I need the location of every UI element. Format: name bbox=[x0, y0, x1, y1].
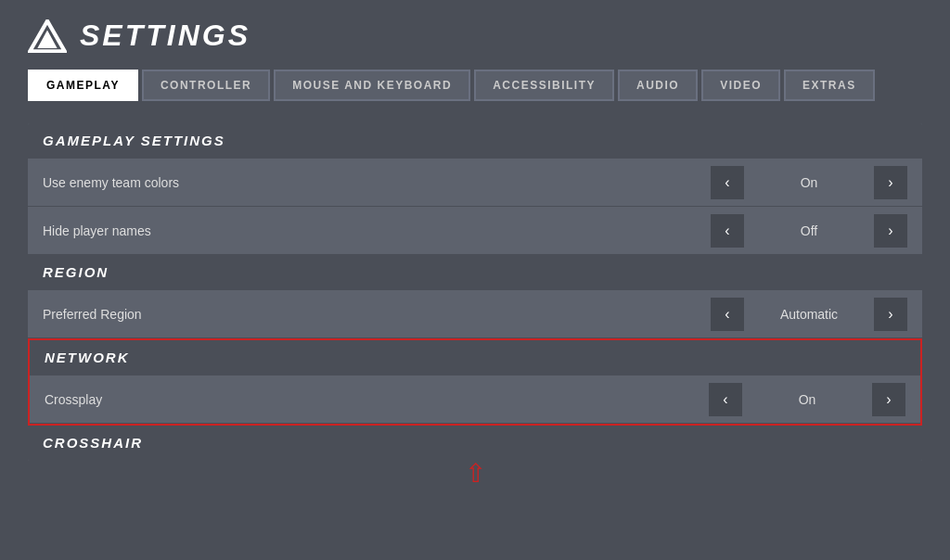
content-area: GAMEPLAY SETTINGS Use enemy team colors … bbox=[28, 123, 922, 461]
tab-video[interactable]: VIDEO bbox=[701, 70, 780, 101]
page-title: SETTINGS bbox=[80, 19, 250, 53]
setting-row-enemy-colors: Use enemy team colors ‹ On › bbox=[28, 159, 922, 207]
logo-icon bbox=[28, 19, 67, 53]
setting-label-enemy-colors: Use enemy team colors bbox=[43, 175, 711, 190]
crossplay-right-btn[interactable]: › bbox=[872, 383, 905, 416]
gameplay-settings-title: GAMEPLAY SETTINGS bbox=[43, 133, 225, 148]
hide-names-right-btn[interactable]: › bbox=[874, 214, 907, 248]
tab-navigation: GAMEPLAY CONTROLLER MOUSE AND KEYBOARD A… bbox=[28, 70, 922, 101]
hide-names-value: Off bbox=[744, 223, 874, 238]
tab-controller[interactable]: CONTROLLER bbox=[142, 70, 270, 101]
crosshair-header: CROSSHAIR bbox=[28, 426, 922, 461]
region-title: REGION bbox=[43, 264, 109, 280]
header: SETTINGS bbox=[28, 19, 922, 53]
preferred-region-right-btn[interactable]: › bbox=[874, 298, 907, 331]
tab-gameplay[interactable]: GAMEPLAY bbox=[28, 70, 138, 101]
arrow-indicator: ⇧ bbox=[465, 461, 486, 487]
tab-accessibility[interactable]: ACCESSIBILITY bbox=[474, 70, 614, 101]
tab-audio[interactable]: AUDIO bbox=[618, 70, 698, 101]
setting-row-hide-names: Hide player names ‹ Off › bbox=[28, 207, 922, 255]
enemy-colors-right-btn[interactable]: › bbox=[874, 166, 907, 199]
content-wrapper: GAMEPLAY SETTINGS Use enemy team colors … bbox=[28, 123, 922, 461]
tab-extras[interactable]: EXTRAS bbox=[784, 70, 875, 101]
setting-row-crossplay: Crossplay ‹ On › bbox=[30, 375, 920, 424]
setting-label-crossplay: Crossplay bbox=[45, 392, 709, 407]
setting-control-crossplay: ‹ On › bbox=[709, 383, 905, 416]
settings-page: SETTINGS GAMEPLAY CONTROLLER MOUSE AND K… bbox=[0, 0, 950, 560]
network-section: NETWORK Crossplay ‹ On › bbox=[28, 338, 922, 426]
setting-label-preferred-region: Preferred Region bbox=[43, 307, 711, 322]
network-title: NETWORK bbox=[45, 350, 130, 365]
preferred-region-left-btn[interactable]: ‹ bbox=[711, 298, 744, 331]
enemy-colors-left-btn[interactable]: ‹ bbox=[711, 166, 744, 199]
setting-control-enemy-colors: ‹ On › bbox=[711, 166, 907, 199]
gameplay-settings-header: GAMEPLAY SETTINGS bbox=[28, 123, 922, 159]
setting-row-preferred-region: Preferred Region ‹ Automatic › bbox=[28, 290, 922, 338]
setting-label-hide-names: Hide player names bbox=[43, 223, 711, 238]
tab-mouse-keyboard[interactable]: MOUSE AND KEYBOARD bbox=[274, 70, 470, 101]
enemy-colors-value: On bbox=[744, 175, 874, 190]
region-header: REGION bbox=[28, 255, 922, 290]
hide-names-left-btn[interactable]: ‹ bbox=[711, 214, 744, 248]
crossplay-value: On bbox=[742, 392, 872, 407]
network-header: NETWORK bbox=[30, 340, 920, 375]
crosshair-title: CROSSHAIR bbox=[43, 435, 143, 451]
setting-control-preferred-region: ‹ Automatic › bbox=[711, 298, 907, 331]
preferred-region-value: Automatic bbox=[744, 307, 874, 322]
setting-control-hide-names: ‹ Off › bbox=[711, 214, 907, 248]
crossplay-left-btn[interactable]: ‹ bbox=[709, 383, 742, 416]
